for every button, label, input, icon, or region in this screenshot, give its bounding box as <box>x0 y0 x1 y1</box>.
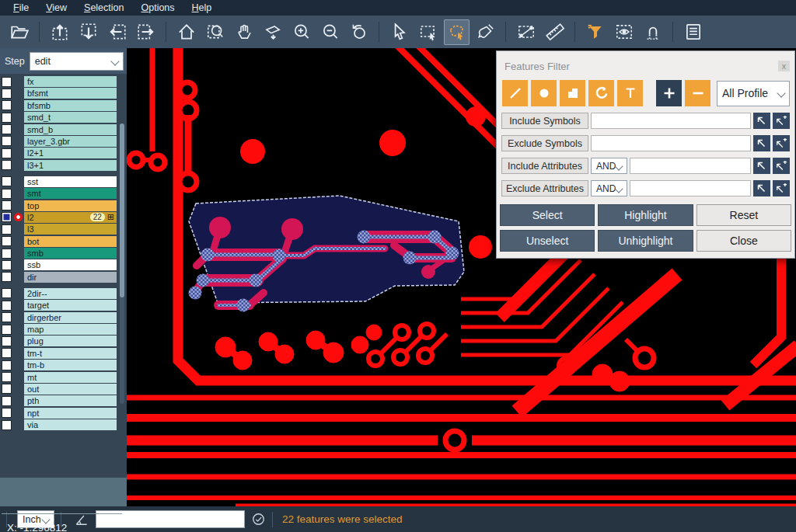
pan-left-button[interactable] <box>104 19 130 45</box>
home-view-button[interactable] <box>173 19 199 45</box>
surface-feature-button[interactable] <box>560 80 585 106</box>
layer-label-bar[interactable]: fx⊞ <box>24 76 117 87</box>
features-filter-button[interactable] <box>582 19 608 45</box>
exclude-symbols-input[interactable] <box>591 135 751 151</box>
close-icon[interactable]: x <box>778 61 790 71</box>
view-options-button[interactable] <box>611 19 637 45</box>
exclude-symbols-button[interactable]: Exclude Symbols <box>501 135 588 151</box>
layer-visibility-checkbox[interactable] <box>2 249 12 259</box>
pcb-canvas[interactable]: Features Filter x All Profile Include Sy… <box>127 48 796 506</box>
layer-visibility-checkbox[interactable] <box>2 260 12 270</box>
add-filter-button[interactable] <box>656 80 682 106</box>
menu-selection[interactable]: Selection <box>75 0 132 16</box>
include-attributes-operator-select[interactable]: AND <box>591 158 627 174</box>
layer-visibility-checkbox[interactable] <box>2 408 12 418</box>
snap-button[interactable] <box>640 19 665 45</box>
layer-visibility-checkbox[interactable] <box>2 89 12 99</box>
exclude-attributes-input[interactable] <box>630 180 751 196</box>
layer-label-bar[interactable]: bfsmb⊞ <box>24 100 117 111</box>
layer-visibility-checkbox[interactable] <box>2 372 12 382</box>
layer-list-scrollbar[interactable] <box>120 123 124 404</box>
pick-add-attribute-button[interactable] <box>773 158 790 174</box>
layer-label-bar[interactable]: l222⊞ <box>24 212 117 223</box>
open-button[interactable] <box>6 19 32 45</box>
layer-visibility-checkbox[interactable] <box>2 348 12 358</box>
pick-add-symbol-button[interactable] <box>773 135 790 151</box>
layer-label-bar[interactable]: pth⊞ <box>24 395 117 406</box>
include-attributes-input[interactable] <box>630 158 751 174</box>
pan-right-button[interactable] <box>133 19 159 45</box>
unhighlight-button[interactable]: Unhighlight <box>598 230 693 252</box>
include-symbols-input[interactable] <box>591 113 751 129</box>
close-button[interactable]: Close <box>696 230 791 252</box>
drag-view-button[interactable] <box>260 19 285 45</box>
layer-visibility-checkbox[interactable] <box>2 236 12 246</box>
layer-visibility-checkbox[interactable] <box>2 224 12 235</box>
pick-symbol-button[interactable] <box>753 113 770 129</box>
exclude-attributes-button[interactable]: Exclude Attributes <box>501 180 588 196</box>
layer-label-bar[interactable]: tm-b⊞ <box>24 360 117 370</box>
layer-label-bar[interactable]: plug⊞ <box>24 336 117 346</box>
reset-button[interactable]: Reset <box>696 204 791 226</box>
dialog-title-bar[interactable]: Features Filter x <box>497 51 794 76</box>
unselect-button[interactable]: Unselect <box>500 230 595 252</box>
layer-label-bar[interactable]: 2dir--⊞ <box>24 288 117 299</box>
layer-visibility-checkbox[interactable] <box>2 136 12 146</box>
polygon-select-button[interactable] <box>444 19 470 45</box>
pick-add-symbol-button[interactable] <box>773 113 790 129</box>
menu-view[interactable]: View <box>37 0 75 16</box>
layer-label-bar[interactable]: npt⊞ <box>24 408 117 419</box>
layer-visibility-checkbox[interactable] <box>2 312 12 322</box>
layer-label-bar[interactable]: layer_3.gbr⊞ <box>24 136 117 147</box>
measure-ruler-button[interactable] <box>542 19 567 45</box>
clear-highlight-button[interactable] <box>473 19 498 45</box>
layer-label-bar[interactable]: tm-t⊞ <box>24 348 117 359</box>
exclude-attributes-operator-select[interactable]: AND <box>591 180 627 196</box>
line-feature-button[interactable] <box>502 80 528 106</box>
layer-visibility-checkbox[interactable] <box>2 396 12 406</box>
layer-visibility-checkbox[interactable] <box>2 200 12 210</box>
include-attributes-button[interactable]: Include Attributes <box>501 158 588 174</box>
pad-feature-button[interactable] <box>531 80 557 106</box>
layer-label-bar[interactable]: smt⊞ <box>24 188 117 199</box>
layer-visibility-checkbox[interactable] <box>2 148 12 158</box>
layer-label-bar[interactable]: bot⊞ <box>24 236 117 247</box>
layer-visibility-checkbox[interactable] <box>2 288 12 298</box>
layer-label-bar[interactable]: sst⊞ <box>24 176 117 187</box>
zoom-out-button[interactable] <box>317 19 343 45</box>
layer-label-bar[interactable]: dir⊞ <box>24 272 117 283</box>
layer-visibility-checkbox[interactable] <box>2 272 12 282</box>
layer-visibility-checkbox[interactable] <box>2 212 12 222</box>
layer-grid-icon[interactable]: ⊞ <box>107 213 114 221</box>
layer-visibility-checkbox[interactable] <box>2 325 12 335</box>
profile-select[interactable]: All Profile <box>717 81 790 106</box>
arc-feature-button[interactable] <box>588 80 614 106</box>
layer-label-bar[interactable]: out⊞ <box>24 384 117 395</box>
highlight-button[interactable]: Highlight <box>598 204 693 226</box>
layer-label-bar[interactable]: target⊞ <box>24 300 117 311</box>
remove-filter-button[interactable] <box>685 80 710 106</box>
layer-label-bar[interactable]: l2+1⊞ <box>24 148 117 158</box>
text-feature-button[interactable] <box>617 80 643 106</box>
rectangle-select-button[interactable] <box>415 19 441 45</box>
select-button[interactable]: Select <box>500 204 595 226</box>
menu-help[interactable]: Help <box>183 0 221 16</box>
pan-hand-button[interactable] <box>231 19 257 45</box>
layer-visibility-checkbox[interactable] <box>2 100 12 110</box>
measure-points-button[interactable] <box>513 19 539 45</box>
layer-visibility-checkbox[interactable] <box>2 384 12 394</box>
layer-label-bar[interactable]: mt⊞ <box>24 372 117 383</box>
pick-symbol-button[interactable] <box>753 135 770 151</box>
include-symbols-button[interactable]: Include Symbols <box>501 113 588 129</box>
layer-label-bar[interactable]: via⊞ <box>24 419 117 430</box>
layer-visibility-checkbox[interactable] <box>2 77 12 87</box>
pick-add-attribute-button[interactable] <box>773 180 790 196</box>
layer-label-bar[interactable]: dirgerber⊞ <box>24 312 117 323</box>
zoom-previous-button[interactable] <box>346 19 372 45</box>
layer-visibility-checkbox[interactable] <box>2 301 12 311</box>
pan-up-button[interactable] <box>47 19 72 45</box>
pick-attribute-button[interactable] <box>753 180 770 196</box>
layer-visibility-checkbox[interactable] <box>2 336 12 346</box>
layer-label-bar[interactable]: bfsmt⊞ <box>24 88 117 99</box>
layer-visibility-checkbox[interactable] <box>2 113 12 123</box>
